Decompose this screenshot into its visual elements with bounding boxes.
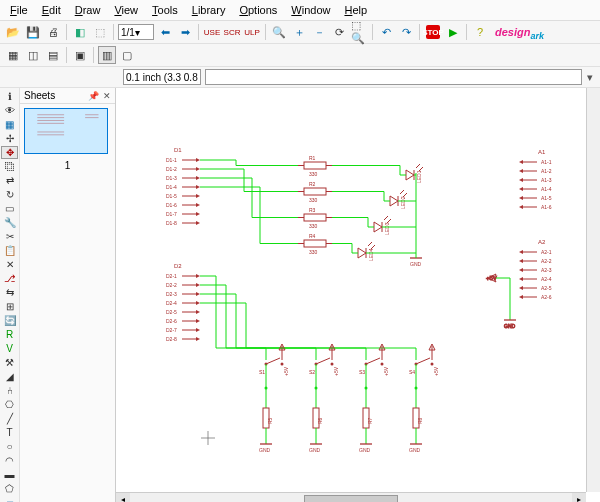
menu-edit[interactable]: Edit [36, 2, 67, 18]
horizontal-scrollbar[interactable]: ◂ ▸ [116, 492, 586, 502]
svg-marker-35 [196, 221, 200, 225]
scroll-right-icon[interactable]: ▸ [572, 493, 586, 502]
svg-text:D1-6: D1-6 [166, 202, 177, 208]
pinswap-tool-icon[interactable]: ⇆ [1, 286, 18, 299]
svg-point-202 [415, 387, 418, 390]
circle-tool-icon[interactable]: ○ [1, 440, 18, 453]
svg-line-171 [316, 358, 330, 364]
cut-tool-icon[interactable]: ✂ [1, 230, 18, 243]
grid-input[interactable] [123, 69, 201, 85]
mark-tool-icon[interactable]: ✢ [1, 132, 18, 145]
sheet-prev-icon[interactable]: ⬅ [156, 23, 174, 41]
svg-text:D2-3: D2-3 [166, 291, 177, 297]
rotate-tool-icon[interactable]: ↻ [1, 188, 18, 201]
rect-tool-icon[interactable]: ▬ [1, 468, 18, 481]
layout3-icon[interactable]: ▤ [44, 46, 62, 64]
sheet-next-icon[interactable]: ➡ [176, 23, 194, 41]
wire-tool-icon[interactable]: ╱ [1, 412, 18, 425]
script-icon[interactable]: SCR [223, 23, 241, 41]
schematic-canvas[interactable]: D1 D1-1D1-2D1-3D1-4D1-5D1-6D1-7D1-8 D2 D… [116, 88, 586, 492]
save-icon[interactable]: 💾 [24, 23, 42, 41]
layout1-icon[interactable]: ▦ [4, 46, 22, 64]
layout2-icon[interactable]: ◫ [24, 46, 42, 64]
menu-file[interactable]: File [4, 2, 34, 18]
gateswap-tool-icon[interactable]: ⊞ [1, 300, 18, 313]
panel3-icon[interactable]: ▢ [118, 46, 136, 64]
command-dropdown-icon[interactable]: ▾ [584, 71, 596, 84]
zoom-redraw-icon[interactable]: ⟳ [330, 23, 348, 41]
arc-tool-icon[interactable]: ◠ [1, 454, 18, 467]
redo-icon[interactable]: ↷ [397, 23, 415, 41]
scroll-thumb[interactable] [304, 495, 398, 502]
cam-icon[interactable]: ⬚ [91, 23, 109, 41]
svg-text:A1-6: A1-6 [541, 204, 552, 210]
smash-tool-icon[interactable]: ⚒ [1, 356, 18, 369]
display-tool-icon[interactable]: ▦ [1, 118, 18, 131]
svg-text:LED1: LED1 [416, 170, 422, 183]
undo-icon[interactable]: ↶ [377, 23, 395, 41]
copy-tool-icon[interactable]: ⿻ [1, 160, 18, 173]
bus-tool-icon[interactable]: ━ [1, 496, 18, 502]
group-tool-icon[interactable]: ▭ [1, 202, 18, 215]
svg-marker-112 [519, 178, 523, 182]
svg-marker-91 [374, 222, 382, 232]
board-icon[interactable]: ◧ [71, 23, 89, 41]
scroll-left-icon[interactable]: ◂ [116, 493, 130, 502]
menu-view[interactable]: View [108, 2, 144, 18]
zoom-select-icon[interactable]: ⬚🔍 [350, 23, 368, 41]
ulp-icon[interactable]: ULP [243, 23, 261, 41]
help-icon[interactable]: ? [471, 23, 489, 41]
svg-marker-26 [196, 194, 200, 198]
polygon-tool-icon[interactable]: ⬠ [1, 482, 18, 495]
add-tool-icon[interactable]: ⎇ [1, 272, 18, 285]
vertical-scrollbar[interactable] [586, 88, 600, 492]
sheets-close-icon[interactable]: ✕ [103, 91, 111, 101]
replace-tool-icon[interactable]: 🔄 [1, 314, 18, 327]
invoke-tool-icon[interactable]: ⎔ [1, 398, 18, 411]
go-icon[interactable]: ▶ [444, 23, 462, 41]
menu-draw[interactable]: Draw [69, 2, 107, 18]
move-tool-icon[interactable]: ✥ [1, 146, 18, 159]
sheet-thumbnail[interactable] [24, 108, 108, 154]
open-icon[interactable]: 📂 [4, 23, 22, 41]
svg-text:R5: R5 [267, 417, 273, 424]
value-tool-icon[interactable]: V [1, 342, 18, 355]
name-tool-icon[interactable]: R [1, 328, 18, 341]
svg-rect-0 [26, 109, 106, 153]
info-tool-icon[interactable]: ℹ [1, 90, 18, 103]
zoom-fit-icon[interactable]: 🔍 [270, 23, 288, 41]
svg-text:D2-6: D2-6 [166, 318, 177, 324]
delete-tool-icon[interactable]: ✕ [1, 258, 18, 271]
svg-text:D1-4: D1-4 [166, 184, 177, 190]
panel1-icon[interactable]: ▣ [71, 46, 89, 64]
svg-text:GND: GND [504, 323, 516, 329]
miter-tool-icon[interactable]: ◢ [1, 370, 18, 383]
command-input[interactable] [205, 69, 582, 85]
zoom-out-icon[interactable]: － [310, 23, 328, 41]
svg-rect-77 [304, 240, 326, 247]
show-tool-icon[interactable]: 👁 [1, 104, 18, 117]
zoom-in-icon[interactable]: ＋ [290, 23, 308, 41]
change-tool-icon[interactable]: 🔧 [1, 216, 18, 229]
menu-help[interactable]: Help [338, 2, 373, 18]
mirror-tool-icon[interactable]: ⇄ [1, 174, 18, 187]
main-toolbar: 📂 💾 🖨 ◧ ⬚ 1/1 ▾ ⬅ ➡ USE SCR ULP 🔍 ＋ － ⟳ … [0, 21, 600, 44]
panel2-icon[interactable]: ▥ [98, 46, 116, 64]
menu-window[interactable]: Window [285, 2, 336, 18]
use-icon[interactable]: USE [203, 23, 221, 41]
menu-tools[interactable]: Tools [146, 2, 184, 18]
text-tool-icon[interactable]: T [1, 426, 18, 439]
stop-icon[interactable]: STOP [424, 23, 442, 41]
split-tool-icon[interactable]: ⑃ [1, 384, 18, 397]
svg-line-99 [371, 245, 375, 249]
svg-marker-17 [196, 167, 200, 171]
zoom-select[interactable]: 1/1 ▾ [118, 24, 154, 40]
svg-text:A2: A2 [538, 239, 546, 245]
sheets-pin-icon[interactable]: 📌 [88, 91, 99, 101]
svg-text:GND: GND [410, 261, 422, 267]
svg-text:LED2: LED2 [400, 196, 406, 209]
print-icon[interactable]: 🖨 [44, 23, 62, 41]
paste-tool-icon[interactable]: 📋 [1, 244, 18, 257]
menu-options[interactable]: Options [233, 2, 283, 18]
menu-library[interactable]: Library [186, 2, 232, 18]
